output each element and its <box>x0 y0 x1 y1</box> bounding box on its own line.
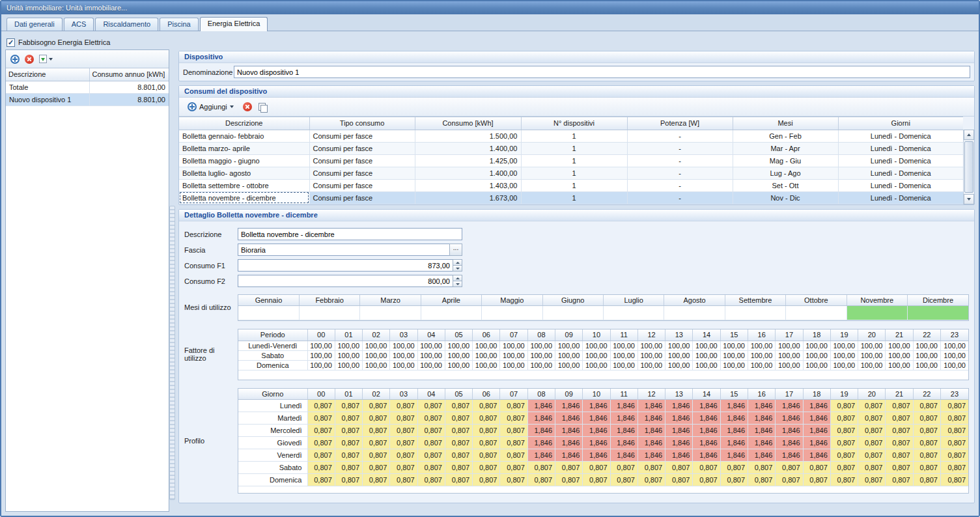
profilo-cell[interactable]: 0,807 <box>445 437 472 449</box>
consumo-row[interactable]: Bolletta gennaio- febbraioConsumi per fa… <box>179 130 963 142</box>
fattore-cell[interactable]: 100,00 <box>665 341 693 350</box>
scroll-up-button[interactable] <box>964 130 974 140</box>
fattore-cell[interactable]: 100,00 <box>776 350 803 360</box>
profilo-cell[interactable]: 0,807 <box>307 462 335 474</box>
aggiungi-button[interactable]: Aggiungi <box>185 101 236 113</box>
profilo-cell[interactable]: 0,807 <box>335 412 362 425</box>
profilo-cell[interactable]: 0,807 <box>776 462 803 474</box>
consumo-row[interactable]: Bolletta marzo- aprileConsumi per fasce1… <box>179 142 963 154</box>
consumo-row[interactable]: Bolletta settembre - ottobreConsumi per … <box>179 179 963 191</box>
profilo-cell[interactable]: 1,846 <box>803 425 830 437</box>
profilo-cell[interactable]: 1,846 <box>527 449 555 462</box>
profilo-cell[interactable]: 0,807 <box>858 462 886 474</box>
profilo-cell[interactable]: 0,807 <box>940 412 968 425</box>
fattore-cell[interactable]: 100,00 <box>913 350 940 360</box>
profilo-cell[interactable]: 0,807 <box>307 437 335 449</box>
profilo-cell[interactable]: 0,807 <box>417 425 445 437</box>
profilo-cell[interactable]: 1,846 <box>637 437 665 449</box>
fattore-cell[interactable]: 100,00 <box>693 350 720 360</box>
fattore-cell[interactable]: 100,00 <box>500 341 527 350</box>
profilo-cell[interactable]: 1,846 <box>527 412 555 425</box>
profilo-cell[interactable]: 1,846 <box>610 449 637 462</box>
fattore-cell[interactable]: 100,00 <box>748 341 776 350</box>
profilo-cell[interactable]: 0,807 <box>307 412 335 425</box>
fattore-cell[interactable]: 100,00 <box>500 360 527 370</box>
fattore-cell[interactable]: 100,00 <box>527 341 555 350</box>
profilo-cell[interactable]: 1,846 <box>693 449 720 462</box>
consumo-cell[interactable]: 1.400,00 <box>415 167 521 179</box>
profilo-cell[interactable]: 1,846 <box>555 449 583 462</box>
consumo-cell[interactable]: - <box>627 154 733 167</box>
col-mesi[interactable]: Mesi <box>733 117 838 130</box>
col-descrizione[interactable]: Descrizione <box>179 117 309 130</box>
profilo-cell[interactable]: 0,807 <box>500 425 527 437</box>
fattore-cell[interactable]: 100,00 <box>473 341 500 350</box>
consumo-cell[interactable]: Lunedì - Domenica <box>838 179 963 191</box>
profilo-cell[interactable]: 1,846 <box>803 449 830 462</box>
profilo-cell[interactable]: 0,807 <box>445 400 472 412</box>
profilo-cell[interactable]: 0,807 <box>720 474 748 486</box>
fattore-cell[interactable]: 100,00 <box>335 341 362 350</box>
fattore-cell[interactable]: 100,00 <box>913 360 940 370</box>
consumo-cell[interactable]: Lunedì - Domenica <box>838 167 963 179</box>
profilo-cell[interactable]: 0,807 <box>940 400 968 412</box>
splitter-grip[interactable] <box>169 206 175 500</box>
device-descrizione-cell[interactable]: Nuovo dispositivo 1 <box>6 93 89 105</box>
profilo-cell[interactable]: 0,807 <box>307 449 335 462</box>
fattore-cell[interactable]: 100,00 <box>720 341 748 350</box>
profilo-cell[interactable]: 1,846 <box>803 437 830 449</box>
profilo-cell[interactable]: 1,846 <box>637 412 665 425</box>
profilo-cell[interactable]: 0,807 <box>363 449 390 462</box>
profilo-cell[interactable]: 0,807 <box>390 400 417 412</box>
profilo-cell[interactable]: 0,807 <box>473 437 500 449</box>
profilo-cell[interactable]: 0,807 <box>445 462 472 474</box>
profilo-cell[interactable]: 0,807 <box>637 462 665 474</box>
consumo-cell[interactable]: Lug - Ago <box>733 167 838 179</box>
profilo-cell[interactable]: 1,846 <box>748 437 776 449</box>
profilo-cell[interactable]: 0,807 <box>830 412 858 425</box>
profilo-cell[interactable]: 0,807 <box>473 449 500 462</box>
fattore-cell[interactable]: 100,00 <box>445 360 472 370</box>
fattore-cell[interactable]: 100,00 <box>527 350 555 360</box>
fattore-cell[interactable]: 100,00 <box>555 350 583 360</box>
profilo-cell[interactable]: 0,807 <box>555 462 583 474</box>
fattore-cell[interactable]: 100,00 <box>830 341 858 350</box>
profilo-cell[interactable]: 0,807 <box>473 474 500 486</box>
fattore-cell[interactable]: 100,00 <box>637 360 665 370</box>
profilo-cell[interactable]: 0,807 <box>417 449 445 462</box>
profilo-cell[interactable]: 0,807 <box>830 449 858 462</box>
consumo-cell[interactable]: Lunedì - Domenica <box>838 130 963 142</box>
consumo-cell[interactable]: Lunedì - Domenica <box>838 142 963 154</box>
profilo-cell[interactable]: 1,846 <box>637 425 665 437</box>
profilo-cell[interactable]: 0,807 <box>610 462 637 474</box>
profilo-cell[interactable]: 1,846 <box>720 425 748 437</box>
fattore-cell[interactable]: 100,00 <box>913 341 940 350</box>
profilo-cell[interactable]: 0,807 <box>473 400 500 412</box>
profilo-cell[interactable]: 0,807 <box>637 474 665 486</box>
consumo-cell[interactable]: Mag - Giu <box>733 154 838 167</box>
consumo-cell[interactable]: Consumi per fasce <box>309 130 415 142</box>
descrizione-input[interactable] <box>238 228 462 240</box>
profilo-cell[interactable]: 0,807 <box>473 425 500 437</box>
device-consumo-cell[interactable]: 8.801,00 <box>89 93 169 105</box>
fattore-cell[interactable]: 100,00 <box>473 360 500 370</box>
device-consumo-cell[interactable]: 8.801,00 <box>89 81 169 93</box>
consumo-cell[interactable]: 1.673,00 <box>415 191 521 204</box>
profilo-cell[interactable]: 0,807 <box>886 400 913 412</box>
profilo-cell[interactable]: 1,846 <box>748 400 776 412</box>
denominazione-input[interactable] <box>234 66 970 78</box>
consumo-f2-input[interactable] <box>238 275 453 287</box>
profilo-cell[interactable]: 1,846 <box>803 412 830 425</box>
col-tipo-consumo[interactable]: Tipo consumo <box>309 117 415 130</box>
fattore-cell[interactable]: 100,00 <box>390 360 417 370</box>
fattore-cell[interactable]: 100,00 <box>417 350 445 360</box>
fattore-cell[interactable]: 100,00 <box>417 360 445 370</box>
fabbisogno-checkbox[interactable]: ✓ <box>7 38 15 47</box>
fattore-cell[interactable]: 100,00 <box>803 350 830 360</box>
fattore-cell[interactable]: 100,00 <box>555 360 583 370</box>
consumo-cell[interactable]: Mar - Apr <box>733 142 838 154</box>
consumo-cell[interactable]: Gen - Feb <box>733 130 838 142</box>
tab-energia-elettrica[interactable]: Energia Elettrica <box>200 17 268 31</box>
profilo-cell[interactable]: 0,807 <box>417 437 445 449</box>
fascia-input[interactable] <box>238 244 450 256</box>
